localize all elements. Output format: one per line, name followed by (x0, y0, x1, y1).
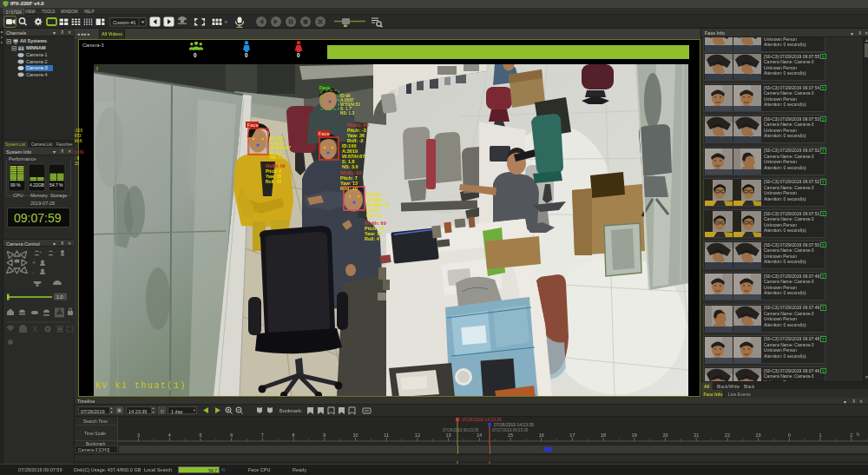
svg-text:3: 3 (95, 66, 98, 71)
svg-text:Face: Face (319, 131, 331, 136)
svg-text:NS: 1.3: NS: 1.3 (340, 111, 355, 115)
svg-text:NS: 3.0: NS: 3.0 (342, 164, 358, 169)
svg-text:Roll: 10: Roll: 10 (266, 179, 281, 184)
svg-text:+: + (39, 249, 42, 254)
svg-text:NS: 4.7: NS: 4.7 (366, 213, 383, 218)
svg-text:NS: 7.2: NS: 7.2 (270, 155, 285, 160)
svg-text:Face: Face (247, 122, 260, 128)
svg-text:+: + (32, 260, 36, 266)
svg-text:Roll: 4: Roll: 4 (365, 236, 380, 241)
svg-text:-: - (53, 249, 55, 254)
svg-text:KV ki thuat(1): KV ki thuat(1) (95, 381, 187, 391)
svg-text:Face: Face (319, 85, 330, 90)
svg-text:1.0: 1.0 (56, 294, 63, 300)
svg-text:-: - (33, 269, 36, 275)
svg-text:Custom #1: Custom #1 (113, 20, 136, 25)
